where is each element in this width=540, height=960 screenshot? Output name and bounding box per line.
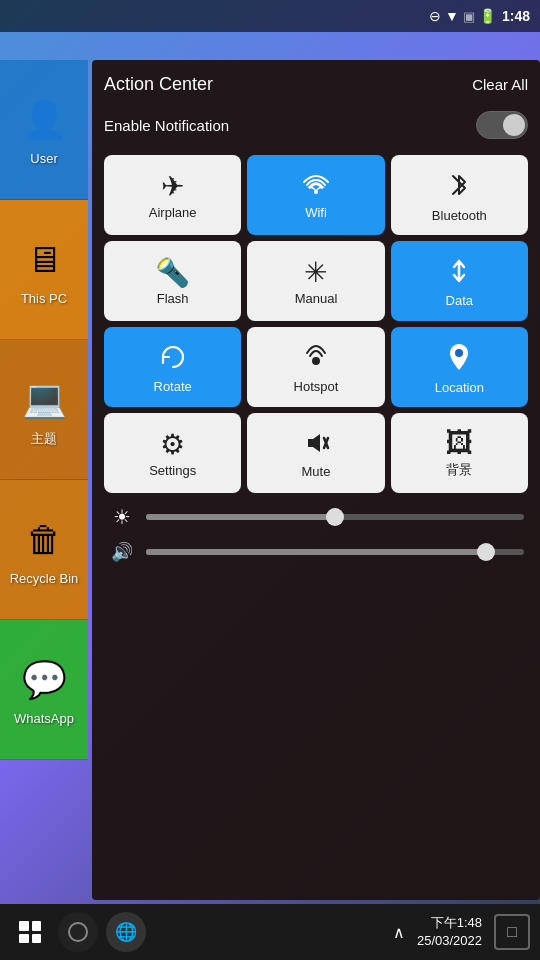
enable-notification-label: Enable Notification (104, 117, 229, 134)
theme-label: 主题 (31, 430, 57, 448)
manual-label: Manual (295, 291, 338, 306)
location-label: Location (435, 380, 484, 395)
ac-header: Action Center Clear All (104, 74, 528, 95)
status-time: 1:48 (502, 8, 530, 24)
location-icon (447, 342, 471, 376)
start-button[interactable] (10, 912, 50, 952)
svg-point-1 (313, 358, 319, 364)
user-icon: 👤 (17, 93, 71, 147)
notification-center-button[interactable]: □ (494, 914, 530, 950)
desktop-icons: 👤 User 🖥 This PC 💻 主题 🗑 Recycle Bin 💬 Wh… (0, 60, 88, 760)
theme-icon: 💻 (17, 372, 71, 426)
desktop-icon-recycle[interactable]: 🗑 Recycle Bin (0, 480, 88, 620)
wifi-toggle[interactable]: Wifi (247, 155, 384, 235)
quick-toggles-grid: ✈ Airplane Wifi Bluetooth (104, 155, 528, 493)
volume-thumb[interactable] (477, 543, 495, 561)
desktop-icon-this-pc[interactable]: 🖥 This PC (0, 200, 88, 340)
wifi-toggle-icon (301, 173, 331, 201)
status-bar: ⊖ ▼ ▣ 🔋 1:48 (0, 0, 540, 32)
svg-marker-3 (308, 434, 320, 452)
manual-icon: ✳ (304, 259, 327, 287)
hotspot-toggle[interactable]: Hotspot (247, 327, 384, 407)
settings-icon: ⚙ (160, 431, 185, 459)
minus-circle-icon: ⊖ (429, 8, 441, 24)
volume-track[interactable] (146, 549, 524, 555)
sim-icon: ▣ (463, 9, 475, 24)
location-toggle[interactable]: Location (391, 327, 528, 407)
mute-toggle[interactable]: Mute (247, 413, 384, 493)
flash-label: Flash (157, 291, 189, 306)
settings-toggle[interactable]: ⚙ Settings (104, 413, 241, 493)
desktop-icon-whatsapp[interactable]: 💬 WhatsApp (0, 620, 88, 760)
background-label: 背景 (446, 461, 472, 479)
cortana-icon (68, 922, 88, 942)
battery-icon: 🔋 (479, 8, 496, 24)
wifi-icon: ▼ (445, 8, 459, 24)
mute-icon (302, 430, 330, 460)
cortana-button[interactable] (58, 912, 98, 952)
volume-slider-row: 🔊 (104, 541, 528, 563)
hotspot-label: Hotspot (294, 379, 339, 394)
desktop-icon-theme[interactable]: 💻 主题 (0, 340, 88, 480)
data-icon (446, 257, 472, 289)
recycle-label: Recycle Bin (10, 571, 79, 586)
airplane-label: Airplane (149, 205, 197, 220)
flash-toggle[interactable]: 🔦 Flash (104, 241, 241, 321)
background-toggle[interactable]: 🖼 背景 (391, 413, 528, 493)
recycle-bin-icon: 🗑 (17, 513, 71, 567)
notification-row: Enable Notification (104, 107, 528, 143)
notification-toggle[interactable] (476, 111, 528, 139)
chrome-button[interactable]: 🌐 (106, 912, 146, 952)
mute-label: Mute (302, 464, 331, 479)
taskbar-right: ∧ 下午1:48 25/03/2022 □ (393, 914, 530, 950)
airplane-icon: ✈ (161, 173, 184, 201)
volume-icon: 🔊 (108, 541, 136, 563)
taskbar-date-label: 25/03/2022 (417, 932, 482, 950)
flash-icon: 🔦 (155, 259, 190, 287)
brightness-slider-row: ☀ (104, 505, 528, 529)
settings-label: Settings (149, 463, 196, 478)
manual-toggle[interactable]: ✳ Manual (247, 241, 384, 321)
chrome-icon: 🌐 (115, 921, 137, 943)
brightness-track[interactable] (146, 514, 524, 520)
rotate-icon (159, 343, 187, 375)
desktop-icon-user[interactable]: 👤 User (0, 60, 88, 200)
data-label: Data (446, 293, 473, 308)
bluetooth-icon (447, 170, 471, 204)
svg-point-0 (314, 190, 318, 194)
hotspot-icon (302, 343, 330, 375)
bluetooth-toggle[interactable]: Bluetooth (391, 155, 528, 235)
rotate-label: Rotate (154, 379, 192, 394)
user-icon-label: User (30, 151, 57, 166)
brightness-thumb[interactable] (326, 508, 344, 526)
taskbar: 🌐 ∧ 下午1:48 25/03/2022 □ (0, 904, 540, 960)
clear-all-button[interactable]: Clear All (472, 76, 528, 93)
rotate-toggle[interactable]: Rotate (104, 327, 241, 407)
whatsapp-icon: 💬 (17, 653, 71, 707)
airplane-toggle[interactable]: ✈ Airplane (104, 155, 241, 235)
brightness-icon: ☀ (108, 505, 136, 529)
data-toggle[interactable]: Data (391, 241, 528, 321)
bluetooth-label: Bluetooth (432, 208, 487, 223)
action-center-title: Action Center (104, 74, 213, 95)
this-pc-label: This PC (21, 291, 67, 306)
action-center: Action Center Clear All Enable Notificat… (92, 60, 540, 900)
notification-icon: □ (507, 923, 517, 941)
background-icon: 🖼 (445, 429, 473, 457)
wifi-label: Wifi (305, 205, 327, 220)
taskbar-chevron-icon[interactable]: ∧ (393, 923, 405, 942)
brightness-fill (146, 514, 335, 520)
this-pc-icon: 🖥 (17, 233, 71, 287)
volume-fill (146, 549, 486, 555)
toggle-knob (503, 114, 525, 136)
svg-point-2 (455, 349, 463, 357)
status-icons: ⊖ ▼ ▣ 🔋 (429, 8, 496, 24)
whatsapp-label: WhatsApp (14, 711, 74, 726)
start-icon (19, 921, 41, 943)
taskbar-time-label: 下午1:48 (417, 914, 482, 932)
taskbar-time: 下午1:48 25/03/2022 (417, 914, 482, 950)
